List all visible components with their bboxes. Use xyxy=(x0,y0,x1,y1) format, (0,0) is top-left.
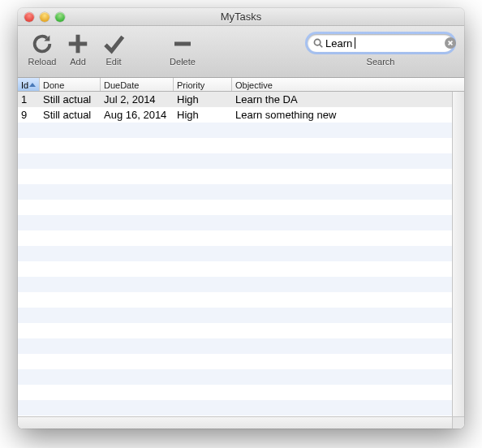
delete-button[interactable]: Delete xyxy=(164,31,201,67)
window-controls xyxy=(18,12,65,22)
table-body[interactable]: 1Still actualJul 2, 2014HighLearn the DA… xyxy=(18,92,464,429)
empty-row xyxy=(18,385,464,400)
empty-row xyxy=(18,169,464,184)
checkmark-icon xyxy=(101,31,127,57)
empty-row xyxy=(18,308,464,323)
add-label: Add xyxy=(70,57,86,67)
edit-button[interactable]: Edit xyxy=(96,31,131,67)
svg-line-4 xyxy=(320,45,322,47)
column-header-done[interactable]: Done xyxy=(40,78,101,91)
zoom-button[interactable] xyxy=(55,12,65,22)
table-row[interactable]: 9Still actualAug 16, 2014HighLearn somet… xyxy=(18,107,464,123)
window: MyTasks Reload Add xyxy=(18,8,464,429)
svg-point-3 xyxy=(314,39,320,45)
cell-done: Still actual xyxy=(40,93,101,106)
column-header-objective-label: Objective xyxy=(235,80,273,90)
empty-row xyxy=(18,354,464,369)
window-title: MyTasks xyxy=(18,11,464,23)
cell-objective: Learn something new xyxy=(232,109,464,121)
empty-row xyxy=(18,400,464,416)
search-icon xyxy=(312,37,324,49)
close-button[interactable] xyxy=(24,12,34,22)
cell-duedate: Aug 16, 2014 xyxy=(101,109,174,121)
empty-row xyxy=(18,230,464,246)
reload-icon xyxy=(29,31,55,57)
delete-label: Delete xyxy=(170,57,196,67)
column-header-duedate[interactable]: DueDate xyxy=(101,78,174,91)
add-button[interactable]: Add xyxy=(60,31,96,67)
empty-row xyxy=(18,338,464,354)
column-header-priority-label: Priority xyxy=(177,80,204,90)
column-header-id[interactable]: Id xyxy=(18,78,40,91)
cell-id: 1 xyxy=(18,93,40,106)
empty-row xyxy=(18,323,464,338)
titlebar: MyTasks xyxy=(18,8,464,26)
svg-rect-2 xyxy=(174,42,191,46)
table-header: Id Done DueDate Priority Objective xyxy=(18,78,464,92)
clear-search-button[interactable] xyxy=(445,37,456,49)
reload-label: Reload xyxy=(28,57,57,67)
scroll-corner xyxy=(452,416,464,429)
svg-rect-1 xyxy=(69,42,88,46)
plus-icon xyxy=(65,31,91,57)
edit-label: Edit xyxy=(106,57,122,67)
empty-row xyxy=(18,123,464,138)
empty-row xyxy=(18,369,464,385)
vertical-scrollbar[interactable] xyxy=(452,92,464,416)
empty-row xyxy=(18,138,464,153)
column-header-duedate-label: DueDate xyxy=(104,80,139,90)
text-caret xyxy=(355,37,355,49)
table-row[interactable]: 1Still actualJul 2, 2014HighLearn the DA xyxy=(18,92,464,107)
cell-priority: High xyxy=(174,93,232,106)
cell-duedate: Jul 2, 2014 xyxy=(101,93,174,106)
search-input[interactable] xyxy=(324,37,445,50)
sort-ascending-icon xyxy=(29,83,36,87)
column-header-objective[interactable]: Objective xyxy=(232,78,464,91)
empty-row xyxy=(18,215,464,230)
empty-row xyxy=(18,153,464,169)
column-header-id-label: Id xyxy=(21,80,28,90)
empty-row xyxy=(18,292,464,308)
empty-row xyxy=(18,277,464,292)
cell-id: 9 xyxy=(18,109,40,121)
empty-row xyxy=(18,184,464,200)
empty-row xyxy=(18,246,464,261)
cell-objective: Learn the DA xyxy=(232,93,464,106)
column-header-priority[interactable]: Priority xyxy=(174,78,232,91)
search-field[interactable] xyxy=(308,34,454,52)
column-header-done-label: Done xyxy=(43,80,64,90)
search-group: Search xyxy=(305,31,456,67)
toolbar: Reload Add Edit xyxy=(18,26,464,78)
empty-row xyxy=(18,200,464,215)
reload-button[interactable]: Reload xyxy=(24,31,60,67)
minimize-button[interactable] xyxy=(40,12,49,22)
minus-icon xyxy=(170,31,196,57)
cell-priority: High xyxy=(174,109,232,121)
search-label: Search xyxy=(367,57,395,67)
cell-done: Still actual xyxy=(40,109,101,121)
empty-row xyxy=(18,261,464,277)
horizontal-scrollbar[interactable] xyxy=(18,416,452,429)
